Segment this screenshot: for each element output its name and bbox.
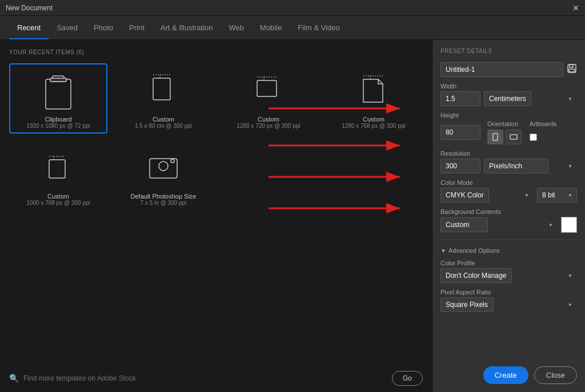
pixel-aspect-wrap: Square Pixels D1/DV NTSC D1/DV PAL (440, 297, 577, 312)
preset-name: Custom (47, 193, 69, 200)
bottom-buttons: Create Close (440, 363, 577, 384)
recent-grid: Clipboard 1920 x 1080 px @ 72 ppi (9, 63, 423, 211)
preset-desc: 1.5 x 80 cm @ 300 ppi (135, 123, 192, 129)
chevron-down-icon: ▼ (440, 248, 446, 254)
color-profile-select[interactable]: Don't Color Manage Working RGB (440, 268, 512, 283)
tab-web[interactable]: Web (221, 16, 253, 39)
portrait-button[interactable] (487, 130, 503, 144)
svg-point-16 (159, 161, 168, 171)
search-wrap: 🔍 (9, 374, 386, 383)
height-label: Height (440, 112, 577, 119)
svg-marker-9 (363, 79, 383, 102)
preset-name: Default Photoshop Size (131, 193, 197, 200)
resolution-unit-select[interactable]: Pixels/Inch Pixels/Centimeter (484, 159, 548, 173)
preset-item-custom2[interactable]: Custom 1280 x 720 px @ 300 ppi (219, 63, 318, 134)
artboard-checkbox[interactable] (530, 134, 537, 141)
preset-desc: 1280 x 720 px @ 300 ppi (237, 123, 300, 129)
doc-name-input[interactable] (440, 62, 563, 77)
width-unit-select[interactable]: Centimeters Pixels Inches Millimeters (484, 91, 531, 106)
close-button[interactable]: Close (534, 366, 577, 384)
tab-saved[interactable]: Saved (49, 16, 86, 39)
tab-photo[interactable]: Photo (86, 16, 121, 39)
preset-desc: 7 x 5 in @ 300 ppi (141, 200, 187, 206)
color-mode-wrap: CMYK Color RGB Color Grayscale Bitmap La… (440, 188, 534, 203)
svg-point-17 (171, 159, 174, 163)
svg-rect-6 (257, 80, 277, 96)
artboards-label: Artboards (530, 120, 557, 127)
svg-rect-3 (153, 78, 170, 100)
preset-name: Clipboard (45, 116, 71, 123)
orientation-label: Orientation (487, 120, 518, 127)
clipboard-icon (35, 68, 81, 114)
go-button[interactable]: Go (392, 371, 423, 386)
search-input[interactable] (23, 374, 386, 382)
svg-rect-20 (569, 69, 575, 72)
tab-mobile[interactable]: Mobile (252, 16, 290, 39)
doc-icon-2 (246, 68, 291, 114)
svg-rect-0 (46, 79, 71, 109)
preset-item-default-ps[interactable]: Default Photoshop Size 7 x 5 in @ 300 pp… (114, 140, 213, 211)
svg-rect-21 (493, 134, 498, 140)
close-window-button[interactable]: ✕ (572, 3, 579, 13)
tab-recent[interactable]: Recent (9, 16, 49, 39)
width-label: Width (440, 83, 577, 90)
color-mode-field: Color Mode CMYK Color RGB Color Grayscal… (440, 179, 577, 203)
pixel-aspect-field: Pixel Aspect Ratio Square Pixels D1/DV N… (440, 289, 577, 312)
color-mode-row: CMYK Color RGB Color Grayscale Bitmap La… (440, 188, 577, 203)
preset-name: Custom (363, 116, 384, 123)
color-swatch[interactable] (561, 217, 577, 233)
orientation-row (487, 130, 557, 144)
resolution-label: Resolution (440, 150, 577, 157)
doc-folded-icon (351, 68, 396, 114)
color-depth-wrap: 8 bit 16 bit 32 bit (537, 188, 577, 203)
svg-rect-22 (510, 135, 517, 139)
background-field: Background Contents Custom White Black T… (440, 208, 577, 233)
doc-icon-1 (141, 68, 186, 114)
artboard-checkbox-wrap (530, 134, 537, 141)
bg-contents-select[interactable]: Custom White Black Transparent (440, 217, 488, 232)
svg-rect-19 (570, 64, 573, 67)
resolution-input[interactable] (440, 159, 480, 173)
doc-small-icon (35, 145, 81, 191)
color-mode-label: Color Mode (440, 179, 577, 186)
preset-desc: 1920 x 1080 px @ 72 ppi (26, 123, 90, 129)
main-layout: YOUR RECENT ITEMS (6) (0, 40, 585, 392)
landscape-button[interactable] (506, 130, 522, 144)
preset-name: Custom (153, 116, 174, 123)
preset-desc: 1000 x 768 px @ 300 ppi (26, 200, 90, 206)
svg-rect-2 (50, 78, 66, 82)
background-label: Background Contents (440, 208, 577, 215)
tab-print[interactable]: Print (121, 16, 153, 39)
create-button[interactable]: Create (483, 366, 528, 384)
color-profile-wrap: Don't Color Manage Working RGB (440, 268, 577, 283)
height-input[interactable] (440, 125, 480, 140)
width-input[interactable] (440, 91, 480, 106)
color-profile-field: Color Profile Don't Color Manage Working… (440, 260, 577, 283)
preset-item-custom4[interactable]: Custom 1000 x 768 px @ 300 ppi (9, 140, 107, 211)
resolution-field: Resolution Pixels/Inch Pixels/Centimeter (440, 150, 577, 173)
preset-details-title: PRESET DETAILS (440, 48, 577, 54)
preset-item-custom3[interactable]: Custom 1280 x 768 px @ 300 ppi (324, 63, 423, 134)
pixel-aspect-select[interactable]: Square Pixels D1/DV NTSC D1/DV PAL (440, 297, 494, 312)
tab-art-illustration[interactable]: Art & Illustration (153, 16, 221, 39)
pixel-aspect-label: Pixel Aspect Ratio (440, 289, 577, 296)
color-depth-select[interactable]: 8 bit 16 bit 32 bit (537, 188, 577, 203)
svg-rect-12 (49, 160, 65, 178)
preset-desc: 1280 x 768 px @ 300 ppi (342, 123, 405, 129)
tab-film-video[interactable]: Film & Video (290, 16, 347, 39)
search-icon: 🔍 (9, 374, 19, 383)
width-unit-wrap: Centimeters Pixels Inches Millimeters (484, 91, 577, 106)
doc-name-row (440, 62, 577, 77)
advanced-options-toggle[interactable]: ▼ Advanced Options (440, 247, 577, 254)
preset-item-clipboard[interactable]: Clipboard 1920 x 1080 px @ 72 ppi (9, 63, 107, 134)
preset-item-custom1[interactable]: Custom 1.5 x 80 cm @ 300 ppi (114, 63, 213, 134)
save-preset-button[interactable] (567, 63, 577, 76)
tabs-bar: Recent Saved Photo Print Art & Illustrat… (0, 16, 585, 40)
section-title: YOUR RECENT ITEMS (6) (9, 49, 423, 55)
dialog-title: New Document (6, 4, 53, 12)
color-mode-select[interactable]: CMYK Color RGB Color Grayscale Bitmap La… (440, 188, 489, 203)
bg-contents-row: Custom White Black Transparent (440, 217, 577, 233)
bg-contents-wrap: Custom White Black Transparent (440, 217, 558, 232)
right-panel: PRESET DETAILS Width (432, 40, 585, 392)
resolution-unit-wrap: Pixels/Inch Pixels/Centimeter (484, 159, 577, 173)
